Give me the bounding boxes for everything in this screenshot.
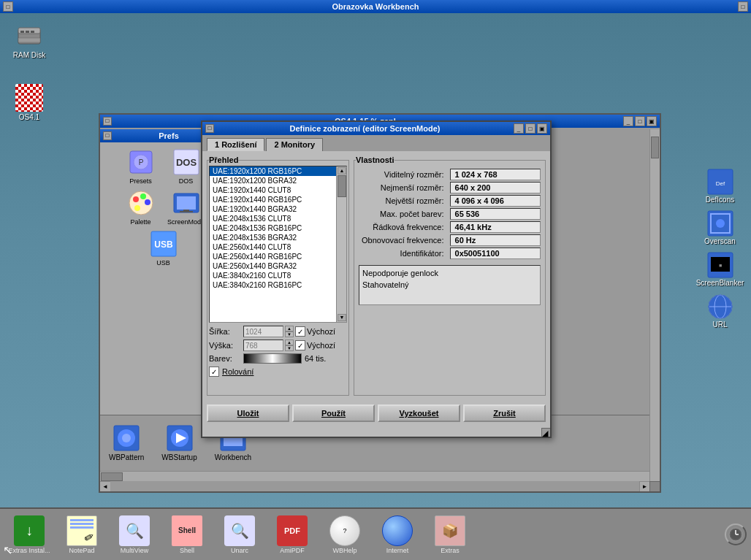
extras-install-image: ↓ [14, 515, 45, 546]
multiview-image: 🔍 [119, 515, 150, 546]
taskbar-notepad[interactable]: ✏ NotePad [57, 514, 107, 556]
workbench-label: Workbench [215, 453, 251, 461]
vlastnosti-grid: Viditelný rozměr: 1 024 x 768 Nejmenší r… [356, 166, 544, 262]
screenblanker-label: ScreenBlanker [696, 279, 744, 287]
main-right-btns: _ □ ▣ [623, 116, 657, 126]
taskbar-amipdf[interactable]: PDF AmiPDF [267, 514, 317, 556]
os41-icon[interactable]: OS4.1 [7, 84, 51, 121]
taskbar-unarc[interactable]: 🔍 Unarc [215, 514, 264, 556]
pouzit-button[interactable]: Použít [292, 404, 375, 422]
prehled-scrollbar[interactable]: ▲ ▼ [336, 166, 346, 322]
list-item-2[interactable]: UAE:1920x1440 CLUT8 [210, 185, 346, 195]
list-item-0[interactable]: UAE:1920x1200 RGB16PC [210, 166, 346, 176]
ulozit-button[interactable]: Uložit [207, 404, 289, 422]
svg-rect-3 [26, 31, 29, 33]
list-item-8[interactable]: UAE:2560x1440 CLUT8 [210, 242, 346, 252]
tab-rozliseni[interactable]: 1 Rozlišení [207, 138, 264, 151]
list-item-3[interactable]: UAE:1920x1440 RGB16PC [210, 195, 346, 204]
sirka-check[interactable]: ✓ [295, 326, 305, 337]
list-item-4[interactable]: UAE:1920x1440 BGRA32 [210, 204, 346, 214]
sirka-down[interactable]: ▼ [285, 331, 294, 337]
rolovani-row: ✓ Rolování [209, 367, 347, 377]
list-item-5[interactable]: UAE:2048x1536 CLUT8 [210, 214, 346, 223]
desktop: □ Obrazovka Workbench □ RAM Disk OS4.1 □… [0, 0, 751, 560]
main-minimize-btn[interactable]: _ [623, 116, 633, 126]
prefs-icon-presets[interactable]: P Presets [121, 148, 161, 185]
vyska-up[interactable]: ▲ [285, 340, 294, 345]
svg-point-35 [716, 219, 725, 228]
menubar: □ Obrazovka Workbench □ [0, 0, 751, 13]
list-item-12[interactable]: UAE:3840x2160 RGB16PC [210, 280, 346, 290]
shell-image: Shell [172, 515, 202, 546]
sirka-input[interactable] [243, 326, 283, 337]
menubar-resize-btn[interactable]: □ [738, 1, 748, 12]
taskbar-wbhelp[interactable]: ? WBHelp [320, 514, 370, 556]
wbstartup-icon[interactable]: WBStartup [160, 423, 198, 463]
prehled-list[interactable]: UAE:1920x1200 RGB16PC UAE:1920x1200 BGRA… [209, 166, 347, 323]
wbstartup-label: WBStartup [161, 453, 197, 461]
list-item-9[interactable]: UAE:2560x1440 RGB16PC [210, 252, 346, 261]
list-item-7[interactable]: UAE:2048x1536 BGRA32 [210, 233, 346, 242]
main-maximize-btn[interactable]: □ [635, 116, 645, 126]
tab-monitory[interactable]: 2 Monitory [266, 138, 323, 151]
os41-label: OS4.1 [19, 113, 39, 121]
taskbar-multiview[interactable]: 🔍 MultiView [110, 514, 159, 556]
sirka-up[interactable]: ▲ [285, 326, 294, 331]
deficons-label: DefIcons [706, 196, 734, 204]
barev-slider[interactable] [243, 353, 302, 364]
screenmode-min-btn[interactable]: _ [514, 123, 524, 134]
overscan-icon[interactable]: Overscan [696, 210, 744, 245]
screenmode-full-btn[interactable]: ▣ [537, 123, 547, 134]
prefs-icon-usb[interactable]: USB USB [143, 230, 184, 266]
screenmode-close-btn[interactable]: □ [205, 124, 214, 133]
usb-label: USB [156, 259, 170, 266]
vyska-check[interactable]: ✓ [295, 340, 305, 350]
deficons-icon[interactable]: Def DefIcons [696, 168, 744, 204]
overscan-label: Overscan [704, 237, 736, 245]
zrusit-button[interactable]: Zrušit [463, 404, 546, 422]
vyska-input[interactable] [243, 340, 283, 351]
amipdf-image: PDF [277, 515, 308, 546]
taskbar-extras[interactable]: 📦 Extras [425, 514, 475, 556]
notepad-pencil: ✏ [81, 529, 96, 545]
list-item-10[interactable]: UAE:2560x1440 BGRA32 [210, 261, 346, 271]
ram-disk-icon[interactable]: RAM Disk [7, 22, 51, 59]
resize-handle[interactable]: ◢ [541, 428, 550, 437]
sirka-row: Šířka: ▲ ▼ ✓ Výchozí [209, 326, 347, 337]
list-item-1[interactable]: UAE:1920x1200 BGRA32 [210, 176, 346, 185]
barev-value: 64 tis. [305, 354, 326, 363]
right-desktop-icons: Def DefIcons Overscan ■ [696, 168, 744, 329]
wbpattern-icon[interactable]: WBPattern [107, 423, 145, 463]
menubar-close-btn[interactable]: □ [3, 1, 13, 12]
rolovani-check[interactable]: ✓ [209, 367, 219, 377]
list-item-11[interactable]: UAE:3840x2160 CLUT8 [210, 271, 346, 280]
mouse-cursor: ↖ [3, 543, 12, 557]
list-item-6[interactable]: UAE:2048x1536 RGB16PC [210, 223, 346, 233]
taskbar-internet[interactable]: Internet [373, 514, 422, 556]
id-label: Identifikátor: [359, 248, 447, 259]
main-fullscreen-btn[interactable]: ▣ [647, 116, 657, 126]
screenblanker-icon[interactable]: ■ ScreenBlanker [696, 251, 744, 287]
amipdf-label: AmiPDF [280, 547, 305, 554]
ram-disk-label: RAM Disk [13, 51, 45, 59]
taskbar-shell[interactable]: Shell Shell [162, 514, 212, 556]
nr-value: 640 x 200 [450, 182, 541, 193]
of-value: 60 Hz [450, 234, 541, 246]
usb-image: USB [150, 230, 178, 258]
prefs-icon-palette[interactable]: Palette [121, 189, 161, 226]
url-icon[interactable]: URL [696, 293, 744, 329]
taskbar-clock-btn[interactable] [725, 523, 747, 545]
overscan-image [706, 210, 734, 237]
of-label: Obnovovací frekvence: [359, 234, 447, 246]
main-close-btn[interactable]: □ [103, 117, 112, 126]
vyzkousit-button[interactable]: Vyzkoušet [378, 404, 460, 422]
dos-label: DOS [179, 177, 194, 185]
notepad-image: ✏ [66, 515, 97, 546]
url-image [706, 293, 734, 321]
os41-image [15, 84, 43, 112]
vyska-down[interactable]: ▼ [285, 345, 294, 351]
svg-point-24 [122, 434, 131, 442]
svg-point-12 [133, 196, 139, 202]
prefs-close-btn[interactable]: □ [103, 131, 112, 140]
screenmode-max-btn[interactable]: □ [525, 123, 535, 134]
